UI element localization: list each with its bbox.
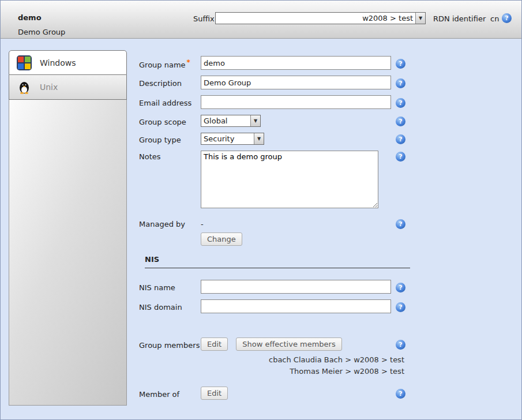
required-asterisk: *: [187, 58, 190, 66]
tab-unix[interactable]: Unix: [9, 75, 127, 100]
help-icon[interactable]: ?: [396, 78, 405, 88]
nis-name-row: NIS name ?: [139, 280, 416, 294]
help-icon[interactable]: ?: [396, 152, 405, 162]
help-icon[interactable]: ?: [396, 219, 405, 229]
email-label: Email address: [139, 97, 201, 107]
managed-by-value: -: [201, 218, 391, 228]
rdn-identifier-value: cn: [490, 14, 499, 23]
group-name-row: Group name* ?: [139, 56, 416, 70]
help-icon[interactable]: ?: [396, 389, 405, 399]
nis-name-input[interactable]: [201, 280, 391, 294]
help-icon[interactable]: ?: [502, 13, 512, 23]
edit-members-button[interactable]: Edit: [201, 337, 228, 351]
group-name-input[interactable]: [201, 56, 391, 70]
chevron-down-icon[interactable]: ▼: [250, 115, 260, 126]
group-type-row: Group type Security ▼ ?: [139, 133, 416, 145]
main-form: Group name* ? Description ? Email addres…: [139, 51, 416, 406]
chevron-down-icon[interactable]: ▼: [254, 133, 264, 144]
nis-name-label: NIS name: [139, 282, 201, 292]
group-scope-label: Group scope: [139, 116, 201, 126]
notes-textarea[interactable]: This is a demo group: [201, 151, 378, 208]
nis-domain-label: NIS domain: [139, 301, 201, 312]
group-edit-window: demo Demo Group Suffix w2008 > test ▼ RD…: [0, 0, 522, 420]
group-members-label: Group members: [139, 339, 201, 350]
help-icon[interactable]: ?: [396, 302, 405, 312]
notes-row: Notes This is a demo group ?: [139, 151, 416, 210]
notes-label: Notes: [139, 151, 201, 161]
suffix-select-value: w2008 > test: [216, 13, 415, 24]
group-members-list: cbach Claudia Bach > w2008 > test Thomas…: [139, 354, 404, 377]
member-of-label: Member of: [139, 388, 201, 399]
group-name-label: Group name*: [139, 57, 201, 69]
suffix-label: Suffix: [193, 14, 215, 23]
unix-icon: [17, 80, 32, 95]
suffix-select[interactable]: w2008 > test ▼: [215, 12, 426, 24]
email-input[interactable]: [201, 95, 391, 109]
windows-icon: [17, 55, 32, 70]
sidebar-panel: [9, 100, 127, 406]
help-icon[interactable]: ?: [396, 340, 405, 350]
group-scope-select[interactable]: Global ▼: [201, 115, 261, 127]
description-label: Description: [139, 77, 201, 88]
sidebar: Windows Unix: [9, 50, 127, 406]
show-effective-members-button[interactable]: Show effective members: [236, 337, 342, 351]
tab-windows[interactable]: Windows: [9, 50, 127, 75]
help-icon[interactable]: ?: [396, 98, 405, 108]
help-icon[interactable]: ?: [396, 134, 405, 144]
rdn-identifier-label: RDN identifier: [433, 14, 486, 23]
tab-unix-label: Unix: [40, 82, 58, 92]
group-type-label: Group type: [139, 134, 201, 144]
change-button[interactable]: Change: [201, 232, 242, 246]
header-bar: demo Demo Group Suffix w2008 > test ▼ RD…: [1, 1, 521, 39]
email-row: Email address ?: [139, 95, 416, 109]
help-icon[interactable]: ?: [396, 283, 405, 292]
member-of-row: Member of Edit ?: [139, 387, 416, 400]
help-icon[interactable]: ?: [396, 117, 405, 126]
group-type-select[interactable]: Security ▼: [201, 133, 264, 145]
help-icon[interactable]: ?: [396, 59, 405, 69]
nis-domain-row: NIS domain ?: [139, 299, 416, 313]
group-scope-value: Global: [201, 115, 250, 126]
list-item: Thomas Meier > w2008 > test: [139, 366, 404, 377]
edit-member-of-button[interactable]: Edit: [201, 387, 228, 400]
description-input[interactable]: [201, 76, 391, 89]
managed-by-label: Managed by: [139, 218, 201, 228]
description-row: Description ?: [139, 76, 416, 89]
group-members-row: Group members Edit Show effective member…: [139, 337, 416, 351]
tab-windows-label: Windows: [40, 58, 76, 68]
group-type-value: Security: [201, 133, 254, 144]
page-title: demo: [18, 13, 42, 22]
chevron-down-icon[interactable]: ▼: [415, 13, 425, 24]
page-subtitle: Demo Group: [18, 28, 65, 36]
nis-domain-input[interactable]: [201, 299, 391, 313]
list-item: cbach Claudia Bach > w2008 > test: [139, 354, 404, 366]
nis-section-title: NIS: [145, 255, 410, 268]
managed-by-row: Managed by - Change ?: [139, 218, 416, 246]
group-scope-row: Group scope Global ▼ ?: [139, 115, 416, 127]
